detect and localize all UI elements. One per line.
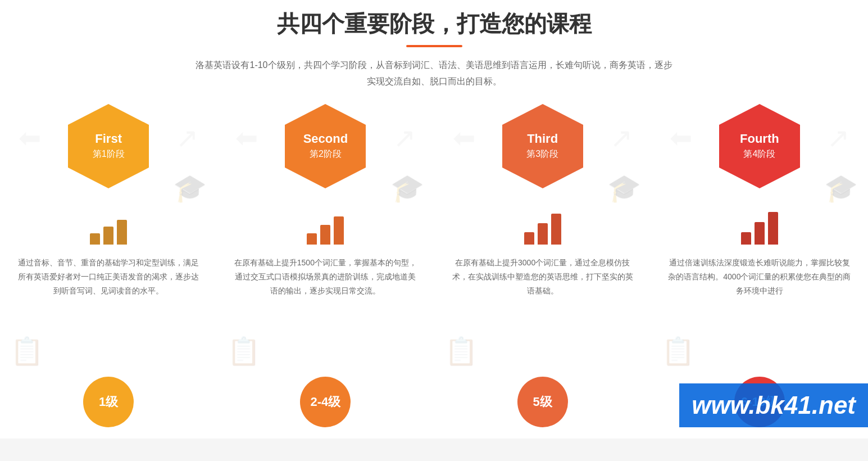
deco-icon-3: 🎓: [605, 169, 644, 208]
bar-first-0: [90, 233, 100, 245]
hexagon-wrapper: Fourth 第4阶段: [715, 96, 805, 197]
bar-fourth-0: [741, 232, 751, 245]
bar-fourth-2: [768, 212, 778, 245]
hexagon-fourth: Fourth 第4阶段: [715, 96, 805, 197]
stage-eng-first: First: [93, 132, 125, 146]
deco-icon-3: 🎓: [170, 169, 210, 208]
bar-second-1: [320, 225, 330, 245]
deco-icon-1: ⬅: [444, 118, 484, 157]
hexagon-third: Third 第3阶段: [498, 96, 588, 197]
stage-chi-fourth: 第4阶段: [740, 148, 779, 160]
bar-third-0: [524, 232, 534, 245]
hexagon-second: Second 第2阶段: [280, 96, 370, 197]
level-badge-third: 5级: [517, 377, 568, 427]
page-title: 共四个重要阶段，打造您的课程: [0, 8, 868, 39]
deco-icon-3: 🎓: [821, 169, 861, 208]
stage-chi-third: 第3阶段: [526, 148, 558, 160]
stage-eng-second: Second: [303, 132, 348, 146]
deco-icon-3: 🎓: [388, 169, 427, 208]
stage-eng-fourth: Fourth: [740, 132, 779, 146]
bar-first-1: [103, 227, 113, 245]
watermark: www.bk41.net: [679, 383, 868, 427]
stage-card-first: ⬅ ↗ 🎓 📋 First 第1阶段 通过音标、音节、重音的基础学习和定型训练，…: [4, 112, 212, 439]
level-badge-second: 2-4级: [300, 377, 351, 427]
hexagon-content-fourth: Fourth 第4阶段: [740, 132, 779, 160]
card-description-second: 在原有基础上提升1500个词汇量，掌握基本的句型，通过交互式口语模拟场景真的进阶…: [221, 256, 429, 365]
bar-chart-fourth: [741, 214, 778, 245]
stage-chi-second: 第2阶段: [303, 148, 348, 160]
hexagon-wrapper: Third 第3阶段: [498, 96, 588, 197]
bar-chart-third: [524, 214, 561, 245]
stage-card-second: ⬅ ↗ 🎓 📋 Second 第2阶段 在原有基础上提升1500个词汇量，掌握基…: [221, 112, 429, 439]
deco-icon-2: ↗: [819, 118, 858, 157]
bar-chart-second: [307, 214, 344, 245]
header-subtitle: 洛基英语设有1-10个级别，共四个学习阶段，从音标到词汇、语法、美语思维到语言运…: [181, 57, 687, 90]
deco-icon-1: ⬅: [661, 118, 701, 157]
bar-second-2: [334, 216, 344, 245]
bar-first-2: [117, 220, 127, 245]
bar-chart-first: [90, 214, 127, 245]
deco-icon-2: ↗: [385, 118, 424, 157]
hexagon-wrapper: First 第1阶段: [63, 96, 153, 197]
hexagon-content-second: Second 第2阶段: [303, 132, 348, 160]
hexagon-wrapper: Second 第2阶段: [280, 96, 370, 197]
deco-icon-1: ⬅: [10, 118, 49, 157]
stage-card-third: ⬅ ↗ 🎓 📋 Third 第3阶段 在原有基础上提升3000个词汇量，通过全息…: [439, 112, 647, 439]
bar-fourth-1: [755, 222, 765, 245]
deco-icon-1: ⬅: [227, 118, 266, 157]
card-description-first: 通过音标、音节、重音的基础学习和定型训练，满足所有英语爱好者对一口纯正美语发音的…: [4, 256, 212, 365]
card-description-fourth: 通过倍速训练法深度锻造长难听说能力，掌握比较复杂的语言结构。4000个词汇量的积…: [656, 256, 864, 365]
stage-eng-third: Third: [526, 132, 558, 146]
bar-third-1: [538, 223, 548, 245]
title-underline: [406, 45, 462, 47]
bar-second-0: [307, 233, 317, 245]
header-section: 共四个重要阶段，打造您的课程 洛基英语设有1-10个级别，共四个学习阶段，从音标…: [0, 0, 868, 90]
hexagon-content-third: Third 第3阶段: [526, 132, 558, 160]
hexagon-first: First 第1阶段: [63, 96, 153, 197]
watermark-text: www.bk41.net: [692, 391, 856, 419]
bar-third-2: [551, 214, 561, 245]
deco-icon-2: ↗: [167, 118, 207, 157]
deco-icon-2: ↗: [602, 118, 641, 157]
hexagon-content-first: First 第1阶段: [93, 132, 125, 160]
level-badge-first: 1级: [83, 377, 134, 427]
stage-chi-first: 第1阶段: [93, 148, 125, 160]
card-description-third: 在原有基础上提升3000个词汇量，通过全息模仿技术，在实战训练中塑造您的英语思维…: [439, 256, 647, 365]
